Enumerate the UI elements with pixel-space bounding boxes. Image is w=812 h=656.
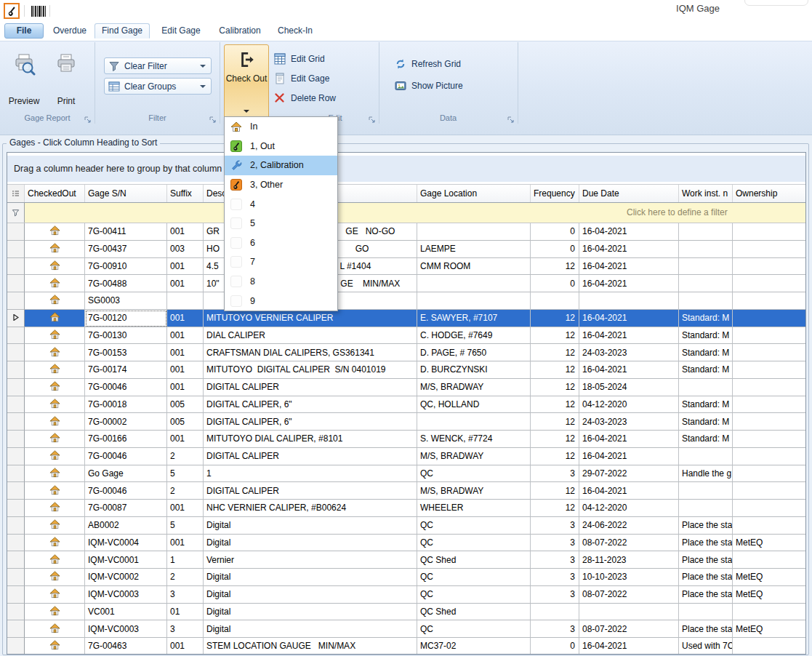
cell-gage-sn[interactable]: 7G-00046 [85,482,167,500]
cell-frequency[interactable]: 0 [531,223,579,241]
tab-check-in[interactable]: Check-In [273,23,317,39]
cell-work-inst[interactable]: Handle the g [679,465,733,483]
cell-due-date[interactable]: 16-04-2021 [579,223,679,241]
cell-checked-out[interactable] [25,292,85,310]
cell-checked-out[interactable] [25,517,85,535]
cell-gage-sn[interactable]: 7G-00463 [85,638,167,654]
cell-checked-out[interactable] [25,379,85,396]
cell-suffix[interactable]: 001 [167,431,204,448]
cell-ownership[interactable] [733,344,805,361]
row-indicator[interactable] [7,396,25,414]
cell-description[interactable]: STEM LOCATION GAUGE MIN/MAX [204,638,417,654]
cell-gage-sn[interactable]: 7G-00411 [85,223,167,241]
cell-description[interactable]: CRAFTSMAN DIAL CALIPERS, GS361341 [204,344,417,361]
cell-suffix[interactable]: 003 [167,241,204,258]
preview-button[interactable]: Preview [4,47,44,118]
cell-work-inst[interactable]: Standard: M [679,361,733,379]
row-indicator[interactable] [7,292,25,310]
cell-description[interactable]: DIGITAL CALIPER [204,448,417,465]
tab-find-gage[interactable]: Find Gage [95,23,150,39]
cell-frequency[interactable]: 12 [531,361,579,379]
column-header-work-inst[interactable]: Work inst. n [679,185,733,202]
tab-edit-gage[interactable]: Edit Gage [156,23,206,39]
cell-due-date[interactable]: 28-11-2023 [579,551,679,569]
cell-description[interactable]: DIGITAL CALIPER [204,379,417,396]
menu-item-8[interactable]: 8 [225,272,337,292]
menu-item-other[interactable]: 3, Other [225,175,337,195]
menu-item-7[interactable]: 7 [225,252,337,272]
cell-checked-out[interactable] [25,604,85,621]
cell-checked-out[interactable] [25,620,85,638]
cell-due-date[interactable]: 04-12-2020 [579,396,679,414]
cell-frequency[interactable]: 12 [531,310,579,327]
cell-frequency[interactable]: 12 [531,258,579,276]
cell-suffix[interactable]: 3 [167,620,204,638]
row-indicator-header[interactable] [7,185,25,202]
cell-description[interactable]: MITUTOYO DIGITAL CALIPER S/N 0401019 [204,361,417,379]
cell-description[interactable]: Digital [204,604,417,621]
cell-description[interactable]: Digital [204,569,417,586]
cell-suffix[interactable]: 5 [167,517,204,535]
cell-gage-location[interactable]: MC37-02 [417,638,531,654]
cell-frequency[interactable]: 3 [531,535,579,552]
cell-description[interactable]: Digital [204,620,417,638]
cell-frequency[interactable]: 3 [531,551,579,569]
column-header-due-date[interactable]: Due Date [579,185,679,202]
cell-checked-out[interactable] [25,275,85,292]
row-indicator[interactable] [7,586,25,604]
cell-frequency[interactable]: 12 [531,344,579,361]
cell-description[interactable]: MITUTOYO DIAL CALIPER, #8101 [204,431,417,448]
cell-suffix[interactable]: 001 [167,327,204,345]
cell-frequency[interactable]: 12 [531,396,579,414]
cell-gage-sn[interactable]: 7G-00130 [85,327,167,345]
cell-gage-location[interactable] [417,413,531,431]
cell-due-date[interactable] [579,604,679,621]
row-indicator[interactable] [7,327,25,345]
tab-calibration[interactable]: Calibration [212,23,268,39]
cell-suffix[interactable]: 001 [167,535,204,552]
cell-suffix[interactable]: 1 [167,551,204,569]
cell-gage-sn[interactable]: IQM-VC0001 [85,551,167,569]
cell-checked-out[interactable] [25,344,85,361]
cell-description[interactable]: Digital [204,586,417,604]
menu-item-4[interactable]: 4 [225,194,337,214]
cell-checked-out[interactable] [25,327,85,345]
row-indicator[interactable] [7,241,25,258]
cell-ownership[interactable]: MetEQ [733,586,805,604]
cell-frequency[interactable]: 12 [531,327,579,345]
cell-frequency[interactable] [531,292,579,310]
app-caliper-icon[interactable] [4,3,20,19]
cell-suffix[interactable]: 001 [167,223,204,241]
cell-ownership[interactable] [733,241,805,258]
show-picture-button[interactable]: Show Picture [392,78,508,94]
row-indicator[interactable] [7,310,25,327]
cell-suffix[interactable]: 001 [167,275,204,292]
row-indicator[interactable] [7,604,25,621]
cell-description[interactable]: MITUTOYO VERNIER CALIPER [204,310,417,327]
cell-checked-out[interactable] [25,638,85,654]
cell-gage-sn[interactable]: 7G-00174 [85,361,167,379]
cell-work-inst[interactable]: Place the sta [679,535,733,552]
cell-work-inst[interactable]: Used with 7C [679,638,733,654]
cell-gage-sn[interactable]: 7G-00488 [85,275,167,292]
cell-checked-out[interactable] [25,500,85,517]
cell-ownership[interactable] [733,604,805,621]
cell-ownership[interactable] [733,258,805,276]
cell-gage-location[interactable]: QC [417,465,531,483]
cell-checked-out[interactable] [25,258,85,276]
column-header-frequency[interactable]: Frequency [531,185,579,202]
row-indicator[interactable] [7,275,25,292]
dialog-launcher-icon[interactable] [507,113,515,121]
cell-ownership[interactable] [733,310,805,327]
cell-work-inst[interactable] [679,448,733,465]
cell-gage-location[interactable]: D. BURCZYNSKI [417,361,531,379]
cell-work-inst[interactable]: Standard: M [679,413,733,431]
column-header-suffix[interactable]: Suffix [167,185,204,202]
cell-frequency[interactable]: 12 [531,500,579,517]
cell-due-date[interactable]: 24-06-2022 [579,517,679,535]
cell-work-inst[interactable] [679,604,733,621]
row-indicator[interactable] [7,638,25,654]
cell-work-inst[interactable]: Standard: M [679,396,733,414]
cell-gage-sn[interactable]: IQM-VC0003 [85,620,167,638]
cell-suffix[interactable]: 5 [167,465,204,483]
